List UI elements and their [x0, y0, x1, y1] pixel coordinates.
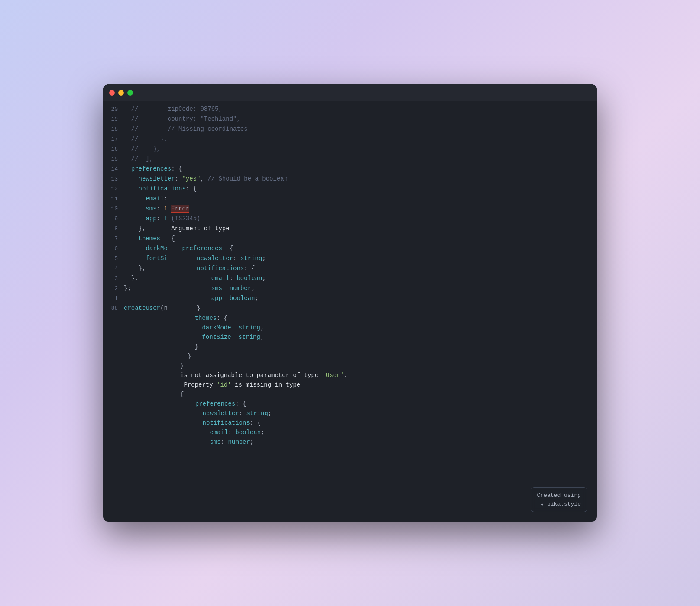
table-row: themes: { — [103, 313, 597, 323]
minimize-button[interactable] — [118, 90, 124, 96]
table-row: 12 notifications: { — [103, 184, 597, 194]
table-row: 9 app: f (TS2345) — [103, 214, 597, 224]
table-row: } — [103, 361, 597, 371]
table-row: 5 fontSi newsletter: string; — [103, 254, 597, 264]
table-row: 16 // }, — [103, 144, 597, 154]
table-row: } — [103, 351, 597, 361]
table-row: 1 app: boolean; — [103, 293, 597, 303]
table-row: 19 // country: "Techland", — [103, 114, 597, 124]
table-row: 13 newsletter: "yes", // Should be a boo… — [103, 174, 597, 184]
pika-created-label: Created using — [537, 491, 581, 500]
table-row: preferences: { — [103, 399, 597, 409]
table-row: 6 darkMo preferences: { — [103, 244, 597, 254]
table-row: 11 email: — [103, 194, 597, 204]
table-row: 4 }, notifications: { — [103, 264, 597, 274]
table-row: 2 }; sms: number; — [103, 284, 597, 293]
table-row: 20 // zipCode: 98765, — [103, 104, 597, 114]
code-lines: 20 // zipCode: 98765, 19 // country: "Te… — [103, 101, 597, 447]
maximize-button[interactable] — [127, 90, 133, 96]
pika-watermark: Created using ↳ pika.style — [531, 487, 587, 512]
table-row: fontSize: string; — [103, 332, 597, 342]
table-row: 10 sms: 1 Error — [103, 204, 597, 214]
editor-body: 20 // zipCode: 98765, 19 // country: "Te… — [103, 101, 597, 522]
editor-window: 20 // zipCode: 98765, 19 // country: "Te… — [103, 84, 597, 522]
table-row: 14 preferences: { — [103, 164, 597, 174]
table-row: 88 createUser(n } — [103, 303, 597, 313]
code-editor[interactable]: 20 // zipCode: 98765, 19 // country: "Te… — [103, 101, 597, 522]
table-row: darkMode: string; — [103, 323, 597, 332]
table-row: notifications: { — [103, 418, 597, 428]
table-row: email: boolean; — [103, 428, 597, 437]
table-row: newsletter: string; — [103, 409, 597, 418]
table-row: 18 // // Missing coordinates — [103, 124, 597, 134]
table-row: is not assignable to parameter of type '… — [103, 371, 597, 380]
close-button[interactable] — [109, 90, 115, 96]
table-row: { — [103, 390, 597, 399]
table-row: sms: number; — [103, 437, 597, 447]
table-row: Property 'id' is missing in type — [103, 380, 597, 390]
table-row: 3 }, email: boolean; — [103, 274, 597, 284]
pika-link-label: ↳ pika.style — [537, 500, 581, 509]
table-row: 7 themes: { — [103, 234, 597, 244]
table-row: 17 // }, — [103, 134, 597, 144]
titlebar — [103, 84, 597, 101]
table-row: } — [103, 342, 597, 351]
table-row: 8 }, Argument of type — [103, 224, 597, 234]
table-row: 15 // ], — [103, 154, 597, 164]
